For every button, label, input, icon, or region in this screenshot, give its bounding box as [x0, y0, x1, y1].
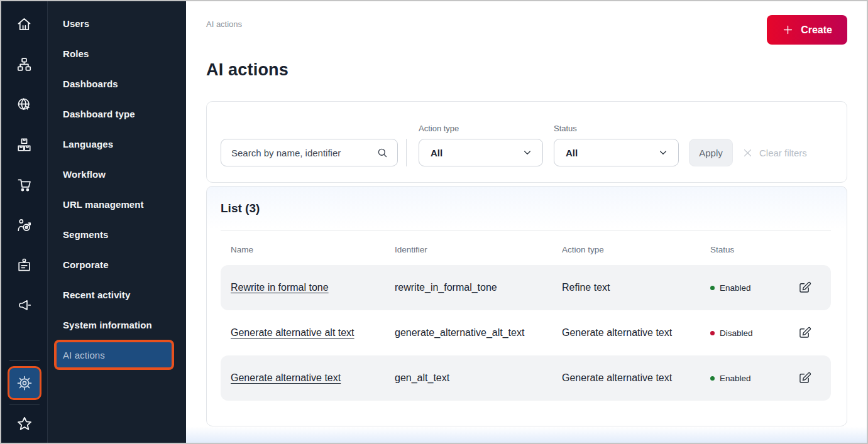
list-panel: List (3) Name Identifier Action type Sta… [206, 186, 847, 426]
edit-button[interactable] [798, 371, 811, 385]
status-badge: Disabled [710, 328, 798, 338]
row-action-type: Generate alternative text [562, 372, 710, 384]
status-dot [710, 331, 715, 335]
status-label: Status [554, 124, 679, 133]
filter-panel: Action type All Status All Apply Clear f… [206, 101, 847, 183]
edit-icon [798, 326, 811, 340]
favorites-star-icon[interactable] [1, 406, 47, 442]
page-title: AI actions [206, 60, 847, 80]
chevron-down-icon [522, 148, 532, 158]
rail-divider [9, 404, 40, 404]
sidebar-item-dashboard-type[interactable]: Dashboard type [48, 99, 186, 129]
status-dot [710, 286, 715, 290]
sidebar-menu: Users Roles Dashboards Dashboard type La… [48, 1, 186, 443]
sidebar-item-url-management[interactable]: URL management [48, 189, 186, 219]
status-badge: Enabled [710, 374, 798, 383]
table-row: Rewrite in formal tone rewrite_in_formal… [221, 265, 831, 310]
settings-gear-icon-active[interactable] [8, 366, 41, 400]
row-action-type: Generate alternative text [562, 327, 710, 338]
sidebar-item-workflow[interactable]: Workflow [48, 159, 186, 189]
sidebar-item-users[interactable]: Users [48, 8, 186, 38]
home-icon[interactable] [1, 4, 47, 44]
status-text: Disabled [720, 328, 753, 338]
col-header-identifier: Identifier [395, 245, 562, 254]
main-content: AI actions Create AI actions Action type… [186, 1, 867, 443]
search-icon[interactable] [376, 147, 388, 159]
table-row: Generate alternative alt text generate_a… [221, 310, 831, 355]
row-identifier: generate_alternative_alt_text [395, 327, 562, 338]
list-heading: List (3) [221, 202, 831, 215]
create-button[interactable]: Create [767, 15, 847, 45]
sidebar-item-recent-activity[interactable]: Recent activity [48, 279, 186, 310]
row-name-link[interactable]: Rewrite in formal tone [231, 282, 329, 293]
row-name-link[interactable]: Generate alternative alt text [231, 327, 354, 338]
clear-x-icon [742, 148, 753, 158]
status-text: Enabled [720, 374, 751, 383]
megaphone-icon[interactable] [1, 285, 47, 325]
status-badge: Enabled [710, 283, 798, 293]
list-divider [221, 230, 831, 231]
row-identifier: gen_alt_text [395, 372, 562, 384]
id-badge-icon[interactable] [1, 245, 47, 285]
table-body: Rewrite in formal tone rewrite_in_formal… [221, 265, 831, 401]
status-value: All [566, 148, 578, 158]
globe-pointer-icon[interactable] [1, 84, 47, 124]
icon-rail [1, 1, 48, 443]
status-text: Enabled [720, 283, 751, 293]
row-action-type: Refine text [562, 282, 710, 293]
search-box [221, 139, 398, 166]
sidebar-item-roles[interactable]: Roles [48, 38, 186, 68]
action-type-label: Action type [419, 124, 543, 133]
table-row: Generate alternative text gen_alt_text G… [221, 355, 831, 401]
clear-filters-label: Clear filters [759, 148, 807, 158]
row-name-link[interactable]: Generate alternative text [231, 372, 341, 383]
sidebar-item-languages[interactable]: Languages [48, 129, 186, 159]
audience-target-icon[interactable] [1, 205, 47, 245]
chevron-down-icon [658, 148, 668, 158]
action-type-value: All [431, 148, 442, 158]
edit-icon [798, 281, 811, 295]
col-header-action-type: Action type [562, 245, 710, 254]
row-identifier: rewrite_in_formal_tone [395, 282, 562, 293]
status-dot [710, 376, 715, 381]
packages-icon[interactable] [1, 124, 47, 165]
clear-filters-button[interactable]: Clear filters [742, 139, 807, 166]
create-button-label: Create [801, 24, 832, 36]
sidebar-item-system-information[interactable]: System information [48, 310, 186, 340]
breadcrumb: AI actions [206, 19, 242, 29]
filter-divider [406, 139, 407, 166]
sidebar-item-segments[interactable]: Segments [48, 219, 186, 249]
edit-button[interactable] [798, 326, 811, 340]
edit-icon [798, 371, 811, 385]
sidebar-item-dashboards[interactable]: Dashboards [48, 68, 186, 99]
status-select[interactable]: All [554, 139, 679, 166]
col-header-name: Name [231, 245, 395, 254]
apply-button[interactable]: Apply [689, 139, 733, 166]
rail-divider [9, 360, 40, 361]
sitemap-icon[interactable] [1, 44, 47, 84]
col-header-status: Status [710, 245, 798, 254]
topbar: AI actions Create [206, 15, 847, 48]
sidebar-item-corporate[interactable]: Corporate [48, 249, 186, 279]
plus-icon [782, 24, 794, 36]
bottom-gradient [186, 426, 867, 443]
cart-icon[interactable] [1, 165, 47, 205]
app-window: Users Roles Dashboards Dashboard type La… [0, 0, 868, 444]
table-header: Name Identifier Action type Status [221, 245, 831, 254]
search-input[interactable] [231, 148, 376, 158]
edit-button[interactable] [798, 281, 811, 295]
sidebar-item-ai-actions-active[interactable]: AI actions [54, 340, 174, 370]
action-type-select[interactable]: All [419, 139, 543, 166]
